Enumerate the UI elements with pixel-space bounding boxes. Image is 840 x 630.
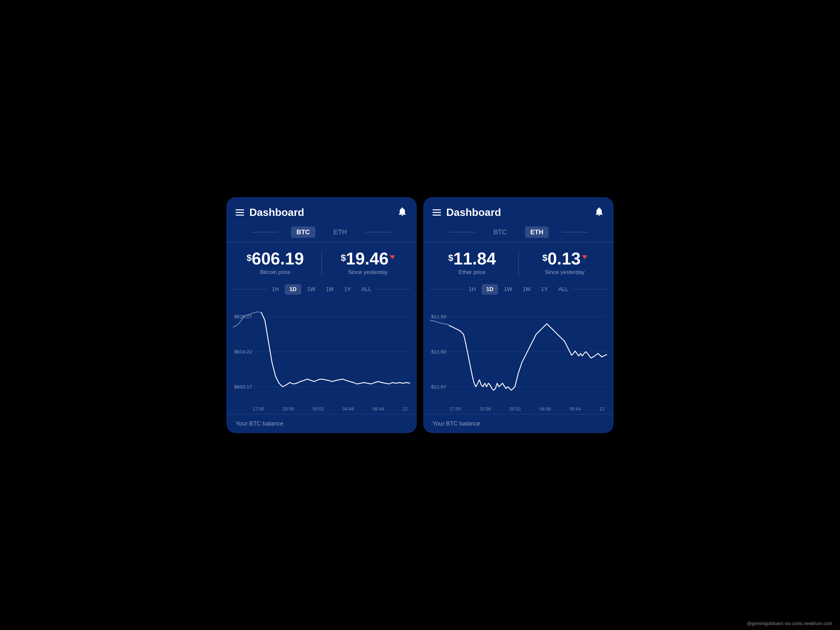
left-timeframe-row: 1H 1D 1W 1M 1Y ALL <box>226 281 417 299</box>
right-time-6: 12: <box>599 406 605 412</box>
tf-1d-left[interactable]: 1D <box>285 284 301 295</box>
right-chart-svg <box>430 299 607 404</box>
left-chart-area: $625.27 $614.22 $603.17 <box>226 299 417 404</box>
left-tf-divider-l <box>233 289 267 289</box>
tab-btc-left[interactable]: BTC <box>291 226 315 238</box>
left-change-value: 19.46 <box>346 250 388 267</box>
right-tab-divider-left <box>449 232 475 232</box>
right-time-labels: 17:00 20:56 00:52 04:48 08:44 12: <box>423 404 614 414</box>
left-tab-divider-right <box>365 232 392 232</box>
left-time-4: 04:48 <box>343 406 354 412</box>
tab-eth-right[interactable]: ETH <box>525 226 549 238</box>
left-tabs-row: BTC ETH <box>226 224 417 242</box>
left-change-label: Since yesterday <box>348 269 388 276</box>
tf-1y-right[interactable]: 1Y <box>537 284 553 295</box>
right-change-dollar: $ <box>542 253 548 263</box>
left-tf-items: 1H 1D 1W 1M 1Y ALL <box>267 284 376 295</box>
right-price-label: Ether price <box>459 269 486 276</box>
left-change-price: $ 19.46 Since yesterday <box>328 250 408 276</box>
left-time-labels: 17:00 20:56 00:52 04:48 08:44 12: <box>226 404 417 414</box>
tf-all-left[interactable]: ALL <box>357 284 376 295</box>
tab-btc-right[interactable]: BTC <box>488 226 512 238</box>
right-time-4: 04:48 <box>540 406 551 412</box>
tf-1y-left[interactable]: 1Y <box>339 284 356 295</box>
right-price-section: $ 11.84 Ether price $ 0.13 Since yesterd… <box>423 242 614 281</box>
right-main-price: $ 11.84 Ether price <box>433 250 512 276</box>
left-tf-divider-r <box>376 289 410 289</box>
right-chart-area: $11.93 $11.80 $11.67 <box>423 299 614 404</box>
left-time-5: 08:44 <box>373 406 384 412</box>
right-change-label: Since yesterday <box>545 269 585 276</box>
left-price-label: Bitcoin price <box>260 269 291 276</box>
tf-1m-right[interactable]: 1M <box>518 284 535 295</box>
left-time-1: 17:00 <box>253 406 264 412</box>
tf-1h-right[interactable]: 1H <box>464 284 480 295</box>
right-header: Dashboard <box>423 197 614 224</box>
left-dollar-sign: $ <box>246 253 252 263</box>
right-tabs-row: BTC ETH <box>423 224 614 242</box>
hamburger-menu-left[interactable] <box>235 209 244 216</box>
right-panel: Dashboard BTC ETH $ 11.84 <box>423 197 614 433</box>
right-title: Dashboard <box>446 206 594 218</box>
left-price-divider <box>322 250 322 276</box>
right-tf-items: 1H 1D 1W 1M 1Y ALL <box>464 284 573 295</box>
tf-1d-right[interactable]: 1D <box>482 284 498 295</box>
right-timeframe-row: 1H 1D 1W 1M 1Y ALL <box>423 281 614 299</box>
right-time-5: 08:44 <box>569 406 581 412</box>
right-tab-divider-right <box>562 232 588 232</box>
right-price-divider <box>518 250 519 276</box>
watermark: @geminigoldsaint via coins.newbium.com <box>747 621 832 626</box>
left-balance-footer: Your BTC balance <box>226 414 417 433</box>
left-change-dollar: $ <box>341 253 346 263</box>
tf-all-right[interactable]: ALL <box>554 284 573 295</box>
left-panel: Dashboard BTC ETH $ 606.19 <box>226 197 417 433</box>
left-header: Dashboard <box>226 197 417 224</box>
left-change-arrow <box>390 255 395 259</box>
right-change-price: $ 0.13 Since yesterday <box>525 250 605 276</box>
left-main-price: $ 606.19 Bitcoin price <box>235 250 315 276</box>
right-tf-divider-l <box>430 289 464 289</box>
left-time-6: 12: <box>402 406 409 412</box>
left-price-value: 606.19 <box>252 250 304 267</box>
tf-1h-left[interactable]: 1H <box>267 284 284 295</box>
notification-bell-right[interactable] <box>594 206 605 218</box>
right-dollar-sign: $ <box>448 253 453 263</box>
right-balance-footer: Your BTC balance <box>423 414 614 433</box>
left-tab-divider-left <box>252 232 278 232</box>
left-time-2: 20:56 <box>283 406 294 412</box>
right-time-2: 20:56 <box>479 406 491 412</box>
left-title: Dashboard <box>249 206 397 218</box>
right-time-1: 17:00 <box>450 406 461 412</box>
tf-1m-left[interactable]: 1M <box>321 284 338 295</box>
tf-1w-right[interactable]: 1W <box>499 284 517 295</box>
right-change-value: 0.13 <box>547 250 581 267</box>
left-price-section: $ 606.19 Bitcoin price $ 19.46 Since yes… <box>226 242 417 281</box>
left-time-3: 00:52 <box>313 406 324 412</box>
left-chart-svg <box>233 299 410 404</box>
tab-eth-left[interactable]: ETH <box>328 226 352 238</box>
right-time-3: 00:52 <box>510 406 521 412</box>
tf-1w-left[interactable]: 1W <box>303 284 320 295</box>
notification-bell-left[interactable] <box>397 206 407 218</box>
right-tf-divider-r <box>573 289 607 289</box>
hamburger-menu-right[interactable] <box>433 209 441 216</box>
right-change-arrow <box>582 255 587 259</box>
right-price-value: 11.84 <box>453 250 496 267</box>
